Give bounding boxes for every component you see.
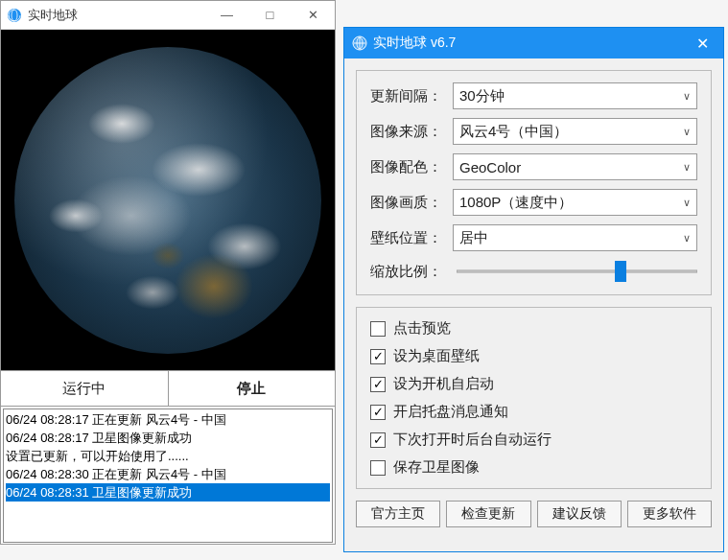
chevron-down-icon: ∨ bbox=[683, 90, 691, 103]
log-line[interactable]: 06/24 08:28:30 正在更新 风云4号 - 中国 bbox=[6, 465, 330, 483]
minimize-button[interactable]: — bbox=[205, 2, 248, 29]
settings-window: 实时地球 v6.7 ✕ 更新间隔： 30分钟 ∨ 图像来源： 风云4号（中国） … bbox=[343, 27, 724, 552]
chevron-down-icon: ∨ bbox=[683, 232, 691, 245]
log-line[interactable]: 06/24 08:28:17 卫星图像更新成功 bbox=[6, 429, 330, 447]
checkbox[interactable] bbox=[370, 405, 386, 420]
scale-slider[interactable] bbox=[457, 260, 697, 283]
log-line[interactable]: 06/24 08:28:17 正在更新 风云4号 - 中国 bbox=[6, 410, 330, 429]
checkbox-row: 保存卫星图像 bbox=[370, 458, 697, 477]
slider-thumb[interactable] bbox=[615, 261, 626, 282]
preview-window: 实时地球 — □ ✕ 运行中 停止 06/24 08:28:17 正在更新 风云… bbox=[0, 0, 336, 545]
settings-titlebar: 实时地球 v6.7 ✕ bbox=[344, 28, 723, 58]
image-quality-select[interactable]: 1080P（速度中） ∨ bbox=[453, 189, 697, 216]
chevron-down-icon: ∨ bbox=[683, 197, 691, 209]
log-list[interactable]: 06/24 08:28:17 正在更新 风云4号 - 中国06/24 08:28… bbox=[3, 408, 333, 543]
checkbox-label: 设为桌面壁纸 bbox=[393, 347, 480, 365]
checkbox-row: 开启托盘消息通知 bbox=[370, 403, 697, 421]
image-source-label: 图像来源： bbox=[370, 123, 453, 141]
checkbox-row: 下次打开时后台自动运行 bbox=[370, 431, 697, 449]
earth-preview bbox=[1, 30, 335, 370]
close-button[interactable]: ✕ bbox=[681, 28, 723, 58]
link-button[interactable]: 检查更新 bbox=[446, 501, 530, 527]
update-interval-label: 更新间隔： bbox=[370, 87, 453, 105]
wallpaper-position-row: 壁纸位置： 居中 ∨ bbox=[370, 224, 697, 251]
image-source-row: 图像来源： 风云4号（中国） ∨ bbox=[370, 118, 697, 145]
image-quality-row: 图像画质： 1080P（速度中） ∨ bbox=[370, 189, 697, 216]
settings-title: 实时地球 v6.7 bbox=[373, 35, 456, 52]
checkbox-row: 设为桌面壁纸 bbox=[370, 347, 697, 365]
checkbox-label: 开启托盘消息通知 bbox=[393, 403, 508, 421]
preview-titlebar: 实时地球 — □ ✕ bbox=[1, 1, 335, 30]
window-controls: — □ ✕ bbox=[205, 2, 335, 29]
link-button[interactable]: 建议反馈 bbox=[537, 501, 622, 527]
checkbox[interactable] bbox=[370, 460, 386, 476]
checkbox-row: 点击预览 bbox=[370, 319, 697, 338]
scale-label: 缩放比例： bbox=[370, 263, 453, 281]
chevron-down-icon: ∨ bbox=[683, 161, 691, 174]
checkbox-row: 设为开机自启动 bbox=[370, 375, 697, 393]
svg-point-0 bbox=[8, 9, 21, 22]
link-button[interactable]: 官方主页 bbox=[356, 501, 440, 527]
earth-orb bbox=[14, 47, 321, 354]
maximize-button[interactable]: □ bbox=[248, 2, 292, 29]
checkbox-label: 下次打开时后台自动运行 bbox=[393, 431, 552, 449]
wallpaper-position-select[interactable]: 居中 ∨ bbox=[453, 224, 697, 251]
image-color-label: 图像配色： bbox=[370, 158, 453, 176]
status-row: 运行中 停止 bbox=[1, 370, 335, 407]
image-color-row: 图像配色： GeoColor ∨ bbox=[370, 153, 697, 180]
close-button[interactable]: ✕ bbox=[292, 2, 335, 29]
checkbox-label: 点击预览 bbox=[393, 319, 451, 338]
checkbox[interactable] bbox=[370, 349, 386, 364]
wallpaper-position-label: 壁纸位置： bbox=[370, 229, 453, 247]
update-interval-row: 更新间隔： 30分钟 ∨ bbox=[370, 82, 697, 109]
checkbox[interactable] bbox=[370, 377, 386, 392]
settings-panel: 更新间隔： 30分钟 ∨ 图像来源： 风云4号（中国） ∨ 图像配色： GeoC… bbox=[356, 70, 712, 295]
globe-icon bbox=[352, 35, 367, 51]
globe-icon bbox=[7, 8, 22, 23]
options-panel: 点击预览设为桌面壁纸设为开机自启动开启托盘消息通知下次打开时后台自动运行保存卫星… bbox=[356, 307, 712, 489]
checkbox-label: 保存卫星图像 bbox=[393, 458, 480, 477]
link-button[interactable]: 更多软件 bbox=[627, 501, 712, 527]
update-interval-select[interactable]: 30分钟 ∨ bbox=[453, 82, 697, 109]
checkbox[interactable] bbox=[370, 321, 386, 337]
checkbox[interactable] bbox=[370, 432, 386, 448]
scale-row: 缩放比例： bbox=[370, 260, 697, 283]
chevron-down-icon: ∨ bbox=[683, 126, 691, 138]
image-color-select[interactable]: GeoColor ∨ bbox=[453, 153, 697, 180]
image-quality-label: 图像画质： bbox=[370, 194, 453, 212]
preview-title: 实时地球 bbox=[28, 7, 78, 24]
status-text: 运行中 bbox=[1, 371, 168, 406]
log-line[interactable]: 设置已更新，可以开始使用了...... bbox=[6, 447, 330, 465]
image-source-select[interactable]: 风云4号（中国） ∨ bbox=[453, 118, 697, 145]
checkbox-label: 设为开机自启动 bbox=[393, 375, 494, 393]
bottom-buttons: 官方主页检查更新建议反馈更多软件 bbox=[356, 501, 712, 527]
stop-button[interactable]: 停止 bbox=[168, 371, 336, 406]
log-line[interactable]: 06/24 08:28:31 卫星图像更新成功 bbox=[6, 483, 330, 502]
